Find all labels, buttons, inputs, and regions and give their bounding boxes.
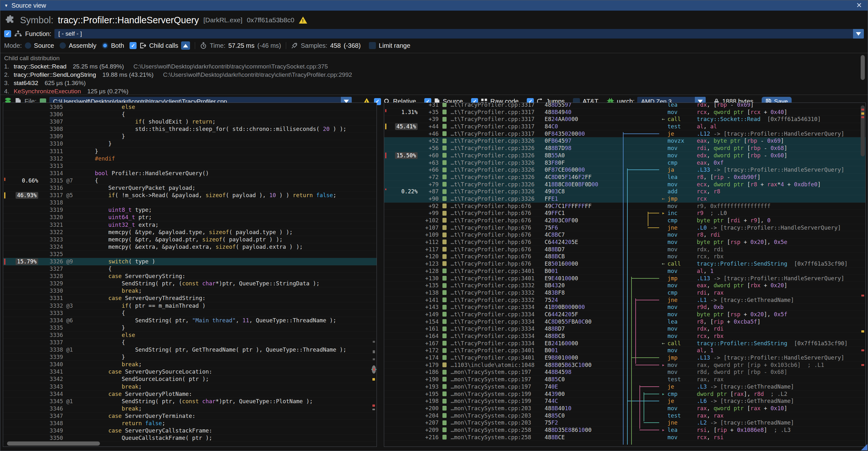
source-line-row[interactable]: 3334@6 SendString( ptr, "Main thread", 1…	[3, 317, 376, 324]
source-line-row[interactable]: 3345@1 SendString( ptr, (const char*)ptr…	[3, 398, 376, 405]
resize-grip-icon[interactable]	[861, 444, 867, 450]
asm-row[interactable]: +149…t\TracyProfiler.cpp:3334C64424205Fm…	[384, 311, 865, 318]
source-line-row[interactable]: 3312#endif	[3, 155, 376, 162]
asm-row[interactable]: +39…t\TracyProfiler.cpp:3317E824AA0000←c…	[384, 116, 865, 123]
source-line-row[interactable]: 46.93%3317@5 if( !m_sock->Read( &payload…	[3, 192, 376, 199]
source-line-row[interactable]: 15.79%3326@9 switch( type )	[3, 258, 376, 265]
asm-row[interactable]: +128…t\TracyProfiler.cpp:3401B001moval, …	[384, 268, 865, 275]
asm-row[interactable]: 45.41%+44…t\TracyProfiler.cpp:331784C0te…	[384, 123, 865, 130]
child-call-item[interactable]: 4.KeSynchronizeExecution125 μs (0.27%)	[4, 87, 868, 95]
child-call-scrollbar[interactable]	[861, 55, 865, 80]
source-line-row[interactable]: 3307 if( shouldExit ) return;	[3, 118, 376, 125]
child-calls-checkbox[interactable]: ✓	[129, 42, 136, 49]
assembly-scrollbar[interactable]	[861, 103, 865, 441]
asm-row[interactable]: +186…mon\TracySystem.cpp:197448B4598movr…	[384, 368, 865, 376]
source-line-row[interactable]: 3318	[3, 199, 376, 206]
source-line-row[interactable]: 3306 {	[3, 111, 376, 118]
radio-source[interactable]	[25, 42, 31, 49]
asm-row[interactable]: +154…t\TracyProfiler.cpp:33344C8D055FBA0…	[384, 318, 865, 326]
asm-row[interactable]: +31…t\TracyProfiler.cpp:3317488D5597lear…	[384, 102, 865, 109]
asm-row[interactable]: +161…t\TracyProfiler.cpp:3334488BD7movrd…	[384, 325, 865, 332]
asm-row[interactable]: +99…t\TracyProfiler.hpp:67649FFC1▸incr9 …	[384, 210, 865, 217]
source-line-row[interactable]: 3321 uint32_t extra;	[3, 221, 376, 229]
asm-row[interactable]: +135…t\TracyProfiler.cpp:33328B4320movea…	[384, 282, 865, 289]
asm-row[interactable]: +66…t\TracyProfiler.cpp:33260F87CE060000…	[384, 166, 865, 174]
source-line-row[interactable]: 3322 memcpy( &type, &payload.type, sizeo…	[3, 229, 376, 236]
source-line-row[interactable]: 3341 case ServerQuerySourceLocation:	[3, 368, 376, 375]
source-line-row[interactable]: 3347 case ServerQueryTerminate:	[3, 413, 376, 420]
source-line-row[interactable]: 3316 ServerQueryPacket payload;	[3, 184, 376, 192]
source-line-row[interactable]: 3319 uint8_t type;	[3, 206, 376, 214]
asm-row[interactable]: +123…t\TracyProfiler.hpp:676E850160000←c…	[384, 260, 865, 268]
radio-both[interactable]	[102, 42, 108, 49]
function-checkbox[interactable]: ✓	[4, 30, 11, 37]
asm-row[interactable]: +209…mon\TracySystem.cpp:258488D35E88610…	[384, 426, 865, 434]
collapse-distribution-button[interactable]	[181, 41, 190, 50]
source-line-row[interactable]: 3343 break;	[3, 383, 376, 390]
child-call-item[interactable]: 1.tracy::Socket::Read25.25 ms (54.89%)C:…	[4, 62, 868, 71]
child-call-item[interactable]: 2.tracy::Profiler::SendLongString19.88 m…	[4, 71, 868, 79]
collapse-icon[interactable]: ▼	[4, 3, 8, 8]
asm-row[interactable]: +179…1103\include\atomic:1048488B05B63C1…	[384, 361, 865, 369]
asm-row[interactable]: +112…t\TracyProfiler.hpp:676C64424205Emo…	[384, 239, 865, 246]
source-line-row[interactable]: 3348 return false;	[3, 420, 376, 427]
source-line-row[interactable]: 3346 break;	[3, 405, 376, 413]
asm-row[interactable]: +102…t\TracyProfiler.hpp:67642803C0F00cm…	[384, 217, 865, 224]
source-line-row[interactable]: 3308 std::this_thread::sleep_for( std::c…	[3, 125, 376, 133]
source-scrollbar[interactable]	[372, 103, 376, 441]
source-scroll-grip[interactable]	[372, 365, 376, 373]
asm-row[interactable]: +107…t\TracyProfiler.hpp:67675F6jne.L0 -…	[384, 224, 865, 232]
asm-row[interactable]: +63…t\TracyProfiler.cpp:332683F80Fcmpeax…	[384, 159, 865, 167]
source-line-row[interactable]: 3329 SendString( ptr, (const char*)ptr, …	[3, 280, 376, 287]
asm-row[interactable]: +141…t\TracyProfiler.cpp:33327524jne.L1 …	[384, 297, 865, 304]
asm-row[interactable]: +117…t\TracyProfiler.hpp:676488BD7movrdx…	[384, 246, 865, 253]
source-line-row[interactable]: 3305 else	[3, 103, 376, 111]
source-line-row[interactable]: 3336 else	[3, 332, 376, 339]
source-line-row[interactable]: 3330 break;	[3, 287, 376, 295]
asm-row[interactable]: 1.31%+35…t\TracyProfiler.cpp:3317488B494…	[384, 109, 865, 116]
source-line-row[interactable]: 3349 case ServerQueryCallstackFrame:	[3, 427, 376, 434]
source-line-row[interactable]: 3333 {	[3, 309, 376, 317]
source-line-row[interactable]: 3328 case ServerQueryString:	[3, 273, 376, 280]
source-line-row[interactable]: 3320 uint64_t ptr;	[3, 214, 376, 221]
asm-row[interactable]: +52…t\TracyProfiler.cpp:33260FB64597movz…	[384, 137, 865, 145]
asm-row[interactable]: +164…t\TracyProfiler.cpp:3334488BCBmovrc…	[384, 332, 865, 340]
source-line-row[interactable]: 3324 memcpy( &extra, &payload.extra, siz…	[3, 243, 376, 251]
asm-row[interactable]: +195…mon\TracySystem.cpp:199443900▸cmpdw…	[384, 390, 865, 398]
asm-row[interactable]: +204…mon\TracySystem.cpp:2034885C0testra…	[384, 412, 865, 419]
asm-row[interactable]: +193…mon\TracySystem.cpp:197740Eje.L3 ->…	[384, 383, 865, 390]
asm-row[interactable]: +120…t\TracyProfiler.hpp:676488BCBmovrcx…	[384, 253, 865, 260]
source-line-row[interactable]: 3313	[3, 162, 376, 170]
radio-assembly[interactable]	[60, 42, 66, 49]
asm-row[interactable]: +200…mon\TracySystem.cpp:203488B4010movr…	[384, 405, 865, 412]
asm-row[interactable]: +207…mon\TracySystem.cpp:20375F2jne.L2 -…	[384, 419, 865, 426]
asm-row[interactable]: +138…t\TracyProfiler.cpp:3332483BF8cmprd…	[384, 289, 865, 297]
source-line-row[interactable]: 3309 }	[3, 133, 376, 140]
asm-row[interactable]: +79…t\TracyProfiler.cpp:3326418B8C80E0BF…	[384, 181, 865, 188]
asm-row[interactable]: +143…t\TracyProfiler.cpp:333441B90B00000…	[384, 304, 865, 311]
asm-row[interactable]: +190…mon\TracySystem.cpp:1974885C0testra…	[384, 376, 865, 383]
asm-row[interactable]: +167…t\TracyProfiler.cpp:3334E824160000←…	[384, 340, 865, 347]
asm-row[interactable]: +198…mon\TracySystem.cpp:199744Cje.L6 ->…	[384, 397, 865, 405]
source-line-row[interactable]: 3323 memcpy( &ptr, &payload.ptr, sizeof(…	[3, 236, 376, 243]
asm-row[interactable]: +46…t\TracyProfiler.cpp:33170F8435020000…	[384, 130, 865, 138]
source-line-row[interactable]: 3310 }	[3, 140, 376, 147]
function-combo[interactable]: [ - self - ]	[55, 29, 864, 38]
child-call-item[interactable]: 3.stat64i32625 μs (1.36%)	[4, 79, 868, 87]
asm-row[interactable]: +72…t\TracyProfiler.cpp:33264C8D05F146F2…	[384, 174, 865, 181]
asm-row[interactable]: +92…t\TracyProfiler.hpp:67649C7C1FFFFFFF…	[384, 203, 865, 210]
close-icon[interactable]: ✕	[854, 1, 864, 9]
source-hscroll-thumb[interactable]	[7, 442, 100, 446]
asm-row[interactable]: +109…t\TracyProfiler.hpp:6764C8BC7movr8,…	[384, 231, 865, 239]
source-line-row[interactable]: 3340 break;	[3, 361, 376, 368]
asm-row[interactable]: 0.22%+87…t\TracyProfiler.cpp:33264903C8a…	[384, 188, 865, 195]
source-line-row[interactable]: 0.66%3315@7{	[3, 177, 376, 184]
source-line-row[interactable]: 3331 case ServerQueryThreadString:	[3, 295, 376, 302]
source-line-row[interactable]: 3350 QueueCallstackFrame( ptr );	[3, 434, 376, 442]
source-line-row[interactable]: 3342 SendSourceLocation( ptr );	[3, 375, 376, 383]
asm-row[interactable]: +172…t\TracyProfiler.cpp:3401B001moval, …	[384, 347, 865, 354]
source-hscrollbar[interactable]	[4, 442, 371, 446]
source-line-row[interactable]: 3339 }	[3, 354, 376, 361]
source-line-row[interactable]: 3311}	[3, 148, 376, 155]
source-line-row[interactable]: 3327 {	[3, 265, 376, 273]
